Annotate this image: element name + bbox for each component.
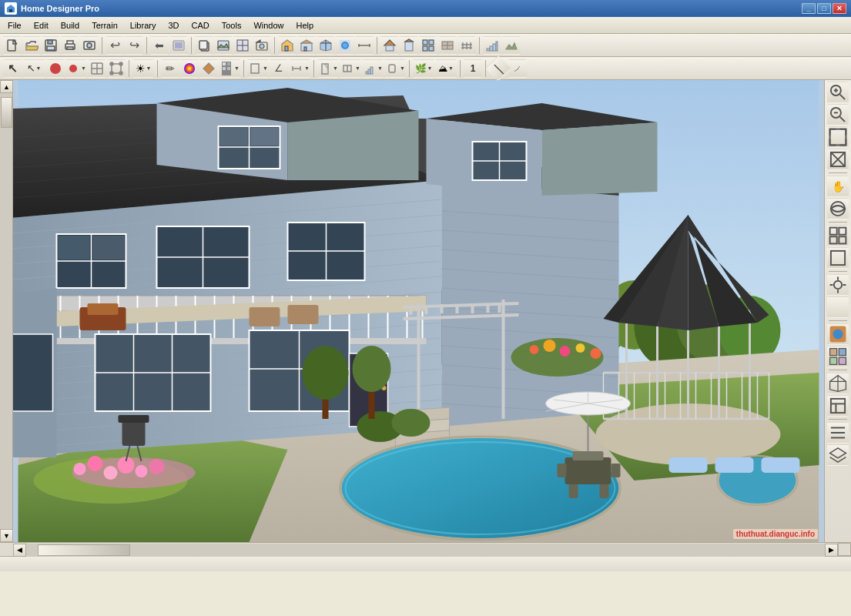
3d-button[interactable] (317, 36, 335, 55)
grid-view-button[interactable] (233, 36, 252, 55)
menu-tools[interactable]: Tools (216, 17, 248, 33)
render-button[interactable] (336, 36, 354, 55)
back-button[interactable]: ⬅ (150, 36, 169, 55)
window2-tool[interactable]: ▼ (340, 59, 361, 78)
pencil-tool[interactable]: ✏ (161, 59, 179, 78)
zoom-in-button[interactable] (827, 82, 849, 103)
svg-rect-42 (429, 40, 434, 45)
circle-tool[interactable] (46, 59, 65, 78)
props-button[interactable] (827, 422, 849, 444)
sun-tool[interactable]: ☀▼ (132, 59, 154, 78)
scene-viewport[interactable] (13, 80, 824, 542)
orbit-button[interactable] (827, 198, 849, 219)
sep-t1 (129, 60, 129, 77)
redo-button[interactable]: ↪ (125, 36, 143, 55)
building-button[interactable] (400, 36, 418, 55)
menu-cad[interactable]: CAD (185, 17, 215, 33)
terrain3-tool[interactable]: ⛰▼ (435, 59, 457, 78)
svg-rect-5 (48, 40, 52, 44)
menu-file[interactable]: File (2, 17, 28, 33)
svg-point-33 (343, 43, 347, 48)
scroll-up-btn[interactable]: ▲ (0, 80, 13, 93)
menu-edit[interactable]: Edit (28, 17, 55, 33)
view-select-button[interactable] (827, 225, 849, 246)
wall-button[interactable] (438, 36, 457, 55)
stair-tool[interactable]: ▼ (362, 59, 384, 78)
angle-tool[interactable]: ∠ (270, 59, 288, 78)
roof-button[interactable] (380, 36, 399, 55)
svg-point-272 (511, 338, 604, 377)
wireframe-button[interactable] (827, 373, 849, 394)
maximize-button[interactable]: □ (817, 3, 831, 14)
menu-help[interactable]: Help (290, 17, 320, 33)
elevation-button[interactable] (297, 36, 316, 55)
door-tool[interactable]: ▼ (317, 59, 339, 78)
print-button[interactable] (61, 36, 79, 55)
number-tool[interactable]: 1 (464, 59, 482, 78)
svg-rect-263 (611, 464, 621, 477)
select-arrow-tool[interactable]: ↖▼ (22, 59, 45, 78)
view-single-button[interactable] (827, 247, 849, 269)
circle-arrow-tool[interactable]: ▼ (65, 59, 87, 78)
plan-button[interactable] (827, 395, 849, 417)
svg-point-67 (119, 72, 122, 75)
shadow-button[interactable] (827, 296, 849, 318)
undo-button[interactable]: ↩ (106, 36, 124, 55)
minimize-button[interactable]: _ (802, 3, 816, 14)
color-tool[interactable] (180, 59, 199, 78)
camera-button[interactable] (253, 36, 271, 55)
measure-button[interactable] (355, 36, 374, 55)
sep-r1 (829, 172, 847, 173)
open-button[interactable] (22, 36, 41, 55)
select-tool[interactable]: ↖ (3, 59, 22, 78)
v-scroll-thumb[interactable] (1, 97, 12, 128)
resize-tool[interactable] (107, 59, 126, 78)
new-button[interactable] (3, 36, 22, 55)
menu-3d[interactable]: 3D (162, 17, 185, 33)
sep-t3 (243, 60, 244, 77)
stairs-button[interactable] (483, 36, 501, 55)
fill-tool[interactable] (199, 59, 218, 78)
dim-tool[interactable]: ▼ (289, 59, 310, 78)
texture-tool[interactable]: ▼ (219, 59, 240, 78)
sep-r2 (829, 222, 847, 223)
menu-window[interactable]: Window (247, 17, 290, 33)
copy-button[interactable] (195, 36, 213, 55)
close-button[interactable]: ✕ (833, 3, 846, 14)
menu-build[interactable]: Build (55, 17, 85, 33)
zoom-extent-button[interactable] (827, 149, 849, 170)
fence-button[interactable] (457, 36, 476, 55)
structure-button[interactable] (419, 36, 437, 55)
layers-button[interactable] (827, 444, 849, 466)
menu-bar: File Edit Build Terrain Library 3D CAD T… (0, 17, 851, 34)
scroll-right-btn[interactable]: ▶ (825, 544, 838, 557)
room-tool[interactable]: ▼ (247, 59, 269, 78)
sep-t2 (157, 60, 158, 77)
plant-tool[interactable]: 🌿▼ (413, 59, 434, 78)
svg-rect-39 (405, 42, 413, 51)
floorplan-button[interactable] (278, 36, 297, 55)
save-button[interactable] (42, 36, 60, 55)
svg-point-269 (303, 346, 349, 400)
color-view-button[interactable] (827, 323, 849, 345)
pan-button[interactable]: ✋ (827, 176, 849, 197)
menu-terrain[interactable]: Terrain (85, 17, 124, 33)
zoom-out-button[interactable] (827, 104, 849, 126)
terrain-button[interactable] (502, 36, 521, 55)
material-button[interactable] (827, 346, 849, 367)
menu-library[interactable]: Library (124, 17, 162, 33)
window-tool[interactable] (88, 59, 106, 78)
line-tool[interactable]: | (485, 55, 511, 82)
screenshot-button[interactable] (80, 36, 99, 55)
image-button[interactable] (214, 36, 233, 55)
svg-point-276 (576, 343, 585, 353)
scroll-down-btn[interactable]: ▼ (0, 529, 13, 542)
tools-btn2[interactable] (169, 36, 188, 55)
fixture-tool[interactable]: ▼ (384, 59, 406, 78)
svg-rect-250 (669, 457, 708, 473)
scroll-left-btn[interactable]: ◀ (13, 544, 26, 557)
svg-point-307 (833, 330, 843, 340)
h-scroll-thumb[interactable] (38, 544, 130, 556)
zoom-fit-button[interactable] (827, 126, 849, 148)
light-settings-button[interactable] (827, 274, 849, 296)
